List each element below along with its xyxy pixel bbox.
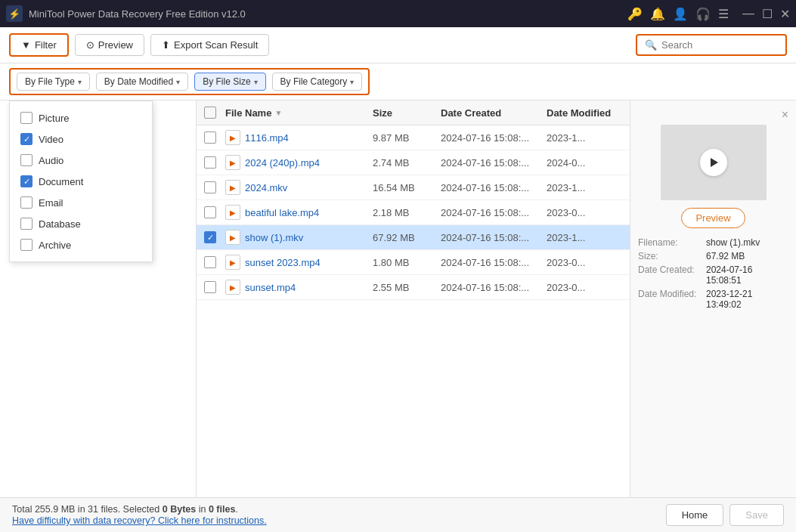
row-name-cell: ▶ show (1).mkv: [225, 230, 373, 245]
filter-icon: ▼: [21, 39, 31, 51]
table-row[interactable]: ▶ sunset 2023.mp4 1.80 MB 2024-07-16 15:…: [197, 250, 630, 275]
filter-by-file-type[interactable]: By File Type ▾: [17, 73, 90, 91]
status-summary: Total 255.9 MB in 31 files. Selected 0 B…: [12, 504, 267, 515]
filter-item-video[interactable]: ✓ Video: [10, 128, 152, 150]
title-bar-controls: 🔑 🔔 👤 🎧 ☰ — ☐ ✕: [627, 7, 790, 21]
maximize-btn[interactable]: ☐: [762, 7, 773, 21]
user-icon[interactable]: 👤: [673, 7, 688, 21]
row-date-modified-cell: 2023-0...: [547, 282, 622, 293]
main-app: ▼ Filter ⊙ Preview ⬆ Export Scan Result …: [0, 27, 796, 532]
row-date-modified-cell: 2023-0...: [547, 207, 622, 218]
close-btn[interactable]: ✕: [780, 7, 790, 21]
summary-end: .: [235, 504, 237, 515]
help-link[interactable]: Have difficulty with data recovery? Clic…: [12, 515, 267, 526]
row-size-cell: 2.18 MB: [373, 207, 441, 218]
save-button[interactable]: Save: [729, 504, 784, 526]
row-name-cell: ▶ beatiful lake.mp4: [225, 205, 373, 220]
header-select-all[interactable]: [204, 107, 225, 119]
row-checkbox-cell[interactable]: [204, 131, 225, 144]
minimize-btn[interactable]: —: [742, 7, 754, 20]
search-icon: 🔍: [645, 39, 657, 51]
preview-action-btn[interactable]: Preview: [681, 208, 745, 228]
filter-by-file-category[interactable]: By File Category ▾: [272, 73, 363, 91]
status-buttons: Home Save: [666, 504, 784, 526]
document-checkbox[interactable]: ✓: [20, 175, 33, 187]
status-info: Total 255.9 MB in 31 files. Selected 0 B…: [12, 504, 267, 526]
table-row[interactable]: ✓ ▶ show (1).mkv 67.92 MB 2024-07-16 15:…: [197, 225, 630, 250]
export-button[interactable]: ⬆ Export Scan Result: [150, 34, 269, 56]
search-input[interactable]: [661, 39, 778, 51]
sort-arrow-icon[interactable]: ▼: [274, 109, 282, 117]
play-icon: [700, 149, 727, 176]
key-icon[interactable]: 🔑: [627, 7, 643, 21]
picture-checkbox[interactable]: [20, 112, 33, 124]
filter-by-date-modified[interactable]: By Date Modified ▾: [96, 73, 188, 91]
row-name-cell: ▶ sunset.mp4: [225, 280, 373, 295]
preview-icon: ⊙: [86, 39, 94, 51]
toolbar: ▼ Filter ⊙ Preview ⬆ Export Scan Result …: [0, 27, 796, 63]
row-date-modified-cell: 2023-0...: [547, 257, 622, 268]
table-row[interactable]: ▶ 2024 (240p).mp4 2.74 MB 2024-07-16 15:…: [197, 150, 630, 175]
filter-item-document[interactable]: ✓ Document: [10, 171, 152, 192]
preview-close-btn[interactable]: ×: [782, 108, 788, 122]
archive-checkbox[interactable]: [20, 239, 33, 251]
row-date-modified-cell: 2024-0...: [547, 157, 622, 169]
file-name: sunset 2023.mp4: [245, 257, 321, 268]
preview-date-modified-row: Date Modified: 2023-12-21 13:49:02: [638, 289, 788, 310]
filter-button[interactable]: ▼ Filter: [9, 33, 69, 57]
svg-marker-2: [711, 158, 718, 167]
video-checkbox[interactable]: ✓: [20, 133, 33, 145]
bell-icon[interactable]: 🔔: [650, 7, 665, 21]
file-list: File Name ▼ Size Date Created Date Modif…: [197, 101, 630, 497]
preview-panel: × Preview Filename: show (1).mkv Size: 6…: [630, 101, 796, 497]
row-date-modified-cell: 2023-1...: [547, 232, 622, 243]
row-date-modified-cell: 2023-1...: [547, 132, 622, 144]
filter-item-picture[interactable]: Picture: [10, 107, 152, 128]
filter-item-email[interactable]: Email: [10, 192, 152, 213]
row-checkbox-cell[interactable]: ✓: [204, 231, 225, 243]
file-name: sunset.mp4: [245, 282, 296, 293]
menu-icon[interactable]: ☰: [718, 7, 729, 21]
row-checkbox-cell[interactable]: [204, 281, 225, 293]
table-row[interactable]: ▶ 1116.mp4 9.87 MB 2024-07-16 15:08:... …: [197, 125, 630, 150]
row-date-created-cell: 2024-07-16 15:08:...: [441, 207, 547, 218]
file-name: 2024 (240p).mp4: [245, 157, 320, 169]
app-icon: ⚡: [6, 5, 23, 22]
file-name: beatiful lake.mp4: [245, 207, 319, 218]
row-size-cell: 16.54 MB: [373, 182, 441, 193]
email-checkbox[interactable]: [20, 196, 33, 209]
row-name-cell: ▶ 2024 (240p).mp4: [225, 155, 373, 170]
row-size-cell: 9.87 MB: [373, 132, 441, 144]
filter-item-archive[interactable]: Archive: [10, 234, 152, 255]
content-area: Picture ✓ Video Audio ✓ Document Email D…: [0, 101, 796, 497]
row-checkbox-cell[interactable]: [204, 181, 225, 193]
file-name: 2024.mkv: [245, 182, 287, 193]
filter-item-database[interactable]: Database: [10, 213, 152, 234]
table-row[interactable]: ▶ sunset.mp4 2.55 MB 2024-07-16 15:08:..…: [197, 275, 630, 300]
home-button[interactable]: Home: [666, 504, 724, 526]
title-bar: ⚡ MiniTool Power Data Recovery Free Edit…: [0, 0, 796, 27]
headphone-icon[interactable]: 🎧: [695, 7, 711, 21]
audio-checkbox[interactable]: [20, 154, 33, 166]
file-type-dropdown-panel: Picture ✓ Video Audio ✓ Document Email D…: [9, 101, 153, 262]
preview-size-row: Size: 67.92 MB: [638, 251, 788, 261]
file-icon: ▶: [225, 155, 240, 170]
col-header-size: Size: [373, 107, 441, 119]
col-header-date-created: Date Created: [441, 107, 547, 119]
file-icon: ▶: [225, 255, 240, 270]
row-date-created-cell: 2024-07-16 15:08:...: [441, 282, 547, 293]
filter-item-audio[interactable]: Audio: [10, 150, 152, 171]
table-row[interactable]: ▶ beatiful lake.mp4 2.18 MB 2024-07-16 1…: [197, 200, 630, 225]
table-row[interactable]: ▶ 2024.mkv 16.54 MB 2024-07-16 15:08:...…: [197, 175, 630, 200]
filter-by-file-size[interactable]: By File Size ▾: [194, 73, 265, 91]
filter-bar: By File Type ▾ By Date Modified ▾ By Fil…: [9, 68, 370, 95]
row-size-cell: 67.92 MB: [373, 232, 441, 243]
row-checkbox-cell[interactable]: [204, 156, 225, 169]
row-checkbox-cell[interactable]: [204, 206, 225, 218]
preview-button[interactable]: ⊙ Preview: [75, 34, 144, 56]
row-checkbox-cell[interactable]: [204, 256, 225, 268]
database-checkbox[interactable]: [20, 218, 33, 230]
row-size-cell: 1.80 MB: [373, 257, 441, 268]
search-box[interactable]: 🔍: [636, 34, 787, 56]
file-name: 1116.mp4: [245, 132, 289, 144]
